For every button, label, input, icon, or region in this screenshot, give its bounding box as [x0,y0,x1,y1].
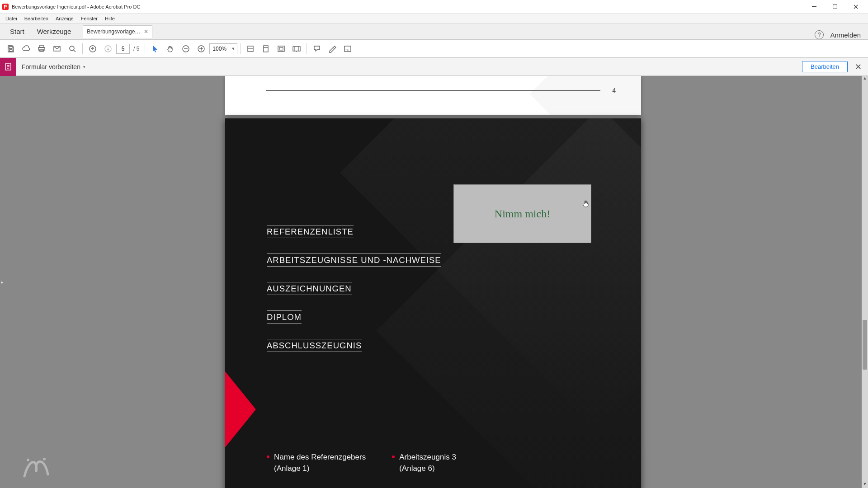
svg-rect-16 [293,47,300,51]
callout-button[interactable]: Nimm mich! [453,184,591,243]
window-controls [804,0,866,14]
section-abschlusszeugnis: ABSCHLUSSZEUGNIS [267,339,362,352]
selection-tool-icon[interactable] [148,42,162,56]
current-page: Nimm mich! REFERENZENLISTE ARBEITSZEUGNI… [225,118,641,488]
cloud-icon[interactable] [19,42,33,56]
zoom-select[interactable]: 100% ▼ [209,43,237,54]
document-area: ▸ 4 Nimm mich! REFERENZENLISTE ARBEITSZE… [0,76,868,488]
section-arbeitszeugnisse: ARBEITSZEUGNISSE UND -NACHWEISE [267,253,441,267]
close-button[interactable] [845,0,866,14]
next-page-icon[interactable] [101,42,115,56]
search-icon[interactable] [65,42,80,56]
print-icon[interactable] [34,42,49,56]
svg-rect-1 [812,6,816,7]
highlight-icon[interactable] [325,42,340,56]
zoom-value: 100% [212,46,226,52]
fit-page-icon[interactable] [259,42,273,56]
callout-label: Nimm mich! [495,208,550,220]
section-referenzenliste: REFERENZENLISTE [267,225,354,238]
close-subbar-icon[interactable]: ✕ [853,60,863,74]
watermark-icon [20,454,52,481]
svg-rect-17 [344,46,351,52]
signin-link[interactable]: Anmelden [830,31,861,39]
bullet-right-line1: Arbeitszeugnis 3 [399,453,456,461]
svg-rect-4 [38,47,45,50]
document-viewport[interactable]: 4 Nimm mich! REFERENZENLISTE ARBEITSZEUG… [5,76,862,488]
toolbar: / 5 100% ▼ [0,40,868,58]
form-subbar: Formular vorbereiten ▾ Bearbeiten ✕ [0,58,868,76]
section-diplom: DIPLOM [267,310,302,324]
zoom-out-icon[interactable] [179,42,193,56]
window-title: Bewerbungsvorlage Ingenieur.pdf - Adobe … [12,4,804,9]
page-display-icon[interactable] [274,42,288,56]
minimize-button[interactable] [804,0,825,14]
prev-page-icon[interactable] [85,42,100,56]
form-prepare-dropdown[interactable]: Formular vorbereiten ▾ [22,63,85,70]
chevron-down-icon: ▼ [231,47,237,51]
read-mode-icon[interactable] [289,42,304,56]
bullet-right-line2: (Anlage 6) [399,464,434,473]
maximize-button[interactable] [825,0,845,14]
svg-rect-14 [278,46,284,52]
acrobat-icon [2,3,9,10]
menu-datei[interactable]: Datei [2,15,21,22]
vertical-scrollbar[interactable]: ▲ ▼ [862,76,868,488]
list-item: Arbeitszeugnis 3 (Anlage 6) [392,452,456,474]
svg-rect-15 [279,47,283,50]
tab-document[interactable]: Bewerbungsvorlage… ✕ [83,25,152,38]
comment-icon[interactable] [310,42,324,56]
bullet-left-line1: Name des Referenzgebers [274,453,366,461]
previous-page-fragment: 4 [225,76,641,115]
page-total-label: / 5 [131,46,142,52]
svg-point-7 [70,46,74,51]
page-number-input[interactable] [116,44,130,54]
menu-fenster[interactable]: Fenster [77,15,101,22]
red-arrow-decoration [225,371,256,447]
tab-tools[interactable]: Werkzeuge [31,24,78,39]
svg-point-19 [27,459,29,461]
prev-page-number: 4 [612,87,616,94]
section-list: REFERENZENLISTE ARBEITSZEUGNISSE UND -NA… [267,225,441,352]
scroll-up-icon[interactable]: ▲ [862,76,868,82]
form-prepare-icon[interactable] [0,58,16,76]
panel-expand-handle[interactable]: ▸ [0,268,5,296]
help-icon[interactable]: ? [815,30,824,39]
bullet-col-left: Name des Referenzgebers (Anlage 1) [267,452,366,474]
svg-rect-13 [264,46,268,52]
menu-bearbeiten[interactable]: Bearbeiten [21,15,52,22]
signature-icon[interactable] [340,42,355,56]
bullet-icon [267,455,269,458]
save-icon[interactable] [4,42,18,56]
tab-close-icon[interactable]: ✕ [144,28,148,35]
edit-button[interactable]: Bearbeiten [802,61,848,72]
titlebar: Bewerbungsvorlage Ingenieur.pdf - Adobe … [0,0,868,14]
section-auszeichnungen: AUSZEICHNUNGEN [267,282,352,295]
svg-rect-2 [833,5,837,9]
menubar: Datei Bearbeiten Anzeige Fenster Hilfe [0,14,868,23]
svg-point-20 [43,458,46,460]
fit-width-icon[interactable] [243,42,258,56]
zoom-in-icon[interactable] [194,42,208,56]
bullet-left-line2: (Anlage 1) [274,464,309,473]
tab-document-label: Bewerbungsvorlage… [87,28,140,35]
tab-start[interactable]: Start [4,24,31,39]
menu-hilfe[interactable]: Hilfe [101,15,118,22]
list-item: Name des Referenzgebers (Anlage 1) [267,452,366,474]
bullet-col-right: Arbeitszeugnis 3 (Anlage 6) [392,452,456,474]
form-prepare-label: Formular vorbereiten [22,63,80,70]
mail-icon[interactable] [50,42,64,56]
menu-anzeige[interactable]: Anzeige [52,15,77,22]
tabs-row: Start Werkzeuge Bewerbungsvorlage… ✕ ? A… [0,23,868,40]
hand-tool-icon[interactable] [163,42,178,56]
bullet-columns: Name des Referenzgebers (Anlage 1) Arbei… [267,452,456,474]
bullet-icon [392,455,395,458]
scrollbar-thumb[interactable] [863,320,867,370]
scroll-down-icon[interactable]: ▼ [862,482,868,488]
chevron-down-icon: ▾ [83,65,85,69]
